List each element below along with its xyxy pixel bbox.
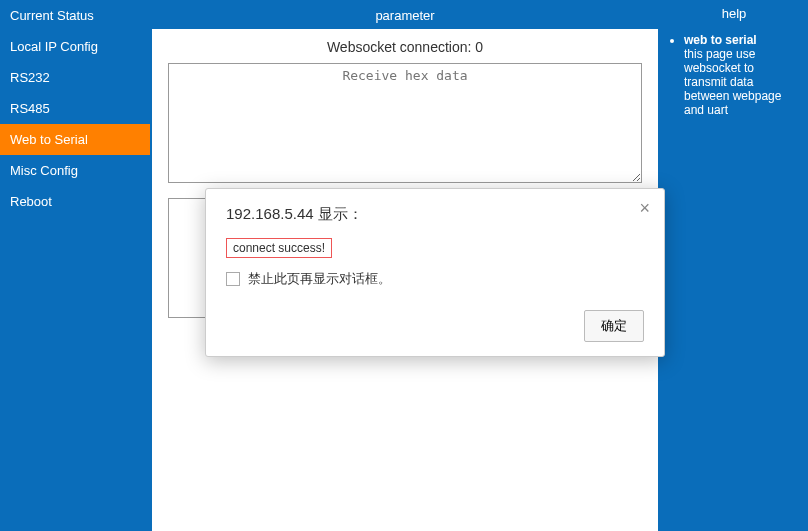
alert-dialog: × 192.168.5.44 显示： connect success! 禁止此页…	[205, 188, 665, 357]
sidebar-item-reboot[interactable]: Reboot	[0, 186, 150, 217]
dialog-suppress-row[interactable]: 禁止此页再显示对话框。	[226, 270, 644, 288]
main-header: parameter	[150, 2, 660, 29]
sidebar-item-local-ip-config[interactable]: Local IP Config	[0, 31, 150, 62]
dialog-suppress-label: 禁止此页再显示对话框。	[248, 270, 391, 288]
sidebar-item-web-to-serial[interactable]: Web to Serial	[0, 124, 150, 155]
sidebar-item-current-status[interactable]: Current Status	[0, 0, 150, 31]
websocket-connection-label: Websocket connection: 0	[168, 39, 642, 55]
help-title: web to serial	[684, 33, 757, 47]
receive-hex-textarea[interactable]	[168, 63, 642, 183]
dialog-title: 192.168.5.44 显示：	[226, 205, 644, 224]
close-icon[interactable]: ×	[639, 199, 650, 217]
help-panel: help web to serial this page use websock…	[660, 0, 808, 531]
help-header: help	[660, 0, 808, 27]
dialog-message: connect success!	[226, 238, 332, 258]
help-body: web to serial this page use websocket to…	[660, 27, 808, 123]
ok-button[interactable]: 确定	[584, 310, 644, 342]
sidebar-item-rs485[interactable]: RS485	[0, 93, 150, 124]
help-text: this page use websocket to transmit data…	[684, 47, 781, 117]
sidebar-item-rs232[interactable]: RS232	[0, 62, 150, 93]
sidebar: Current Status Local IP Config RS232 RS4…	[0, 0, 150, 531]
dialog-suppress-checkbox[interactable]	[226, 272, 240, 286]
sidebar-item-misc-config[interactable]: Misc Config	[0, 155, 150, 186]
